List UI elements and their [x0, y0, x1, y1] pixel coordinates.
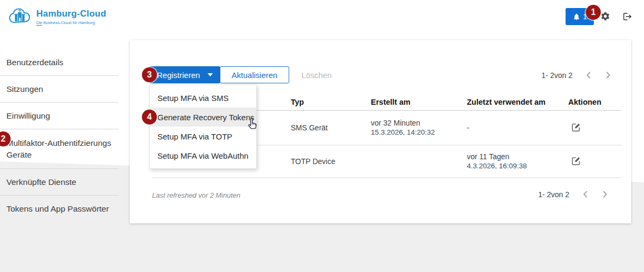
annotation-badge-3: 3: [142, 67, 157, 82]
gear-icon[interactable]: [600, 11, 610, 24]
menu-item-setup-mfa-totp[interactable]: Setup MFA via TOTP: [150, 127, 256, 146]
edit-icon[interactable]: [568, 156, 581, 167]
cell-erstellt-am: vor 32 Minuten 15.3.2026, 14:20:32: [371, 118, 467, 137]
pagination-range: 1- 2von 2: [542, 71, 573, 80]
register-dropdown-menu: Setup MFA via SMS Generate Recovery Toke…: [149, 84, 257, 169]
menu-item-generate-recovery-tokens[interactable]: Generate Recovery Tokens: [150, 107, 256, 127]
chevron-down-icon: [208, 73, 213, 76]
cell-zuletzt-verwendet: -: [467, 123, 568, 132]
cell-typ: TOTP Device: [291, 157, 371, 166]
annotation-badge-4: 4: [142, 110, 157, 125]
col-header-erstellt-am: Erstellt am: [371, 98, 467, 106]
edit-icon[interactable]: [568, 122, 581, 134]
chevron-left-icon[interactable]: [582, 190, 589, 199]
hamburg-cloud-logo-icon: [7, 5, 32, 28]
last-refreshed-text: Last refreshed vor 2 Minuten: [152, 191, 240, 199]
chevron-right-icon[interactable]: [601, 190, 609, 199]
sidebar-item-tokens-app-passwoerter[interactable]: Tokens und App Passwörter: [0, 196, 118, 222]
page: Hamburg-Cloud DieBusiness-Cloud für Hamb…: [0, 0, 644, 272]
logout-icon[interactable]: [623, 12, 632, 24]
register-button[interactable]: Registrieren: [149, 66, 220, 83]
refresh-button[interactable]: Aktualisieren: [220, 66, 289, 83]
sidebar-item-benutzerdetails[interactable]: Benutzerdetails: [0, 49, 118, 76]
sidebar-item-verknuepfte-dienste[interactable]: Verknüpfte Dienste: [0, 169, 118, 196]
logo[interactable]: Hamburg-Cloud DieBusiness-Cloud für Hamb…: [7, 5, 106, 28]
cell-zuletzt-verwendet: vor 11 Tagen 4.3.2026, 16:09:38: [467, 152, 568, 171]
logo-subtitle: DieBusiness-Cloud für Hamburg: [36, 20, 106, 25]
sidebar-item-mfa-geraete[interactable]: Multifaktor-Authentifzierungs Geräte: [0, 129, 118, 169]
pagination-range: 1- 2von 2: [538, 190, 569, 199]
sidebar-item-einwilligung[interactable]: Einwilligung: [0, 103, 118, 129]
bell-icon: [573, 13, 581, 21]
col-header-typ: Typ: [291, 98, 371, 106]
annotation-badge-1: 1: [586, 5, 601, 20]
cell-typ: SMS Gerät: [291, 123, 371, 132]
sidebar: Benutzerdetails Sitzungen Einwilligung M…: [0, 49, 118, 222]
logo-title: Hamburg-Cloud: [36, 9, 106, 19]
pagination-bottom: 1- 2von 2: [538, 190, 609, 199]
hand-cursor-icon: [246, 116, 259, 133]
logo-text: Hamburg-Cloud DieBusiness-Cloud für Hamb…: [36, 9, 106, 25]
menu-item-setup-mfa-sms[interactable]: Setup MFA via SMS: [150, 88, 256, 107]
col-header-aktionen: Aktionen: [568, 98, 622, 106]
menu-item-setup-mfa-webauthn[interactable]: Setup MFA via WebAuthn: [150, 146, 256, 165]
pagination-top: 1- 2von 2: [542, 71, 612, 80]
chevron-right-icon[interactable]: [605, 71, 612, 80]
chevron-left-icon[interactable]: [585, 71, 592, 80]
delete-button[interactable]: Löschen: [301, 66, 332, 83]
sidebar-item-sitzungen[interactable]: Sitzungen: [0, 76, 118, 103]
col-header-zuletzt-verwendet-am: Zuletzt verwendet am: [467, 98, 568, 106]
